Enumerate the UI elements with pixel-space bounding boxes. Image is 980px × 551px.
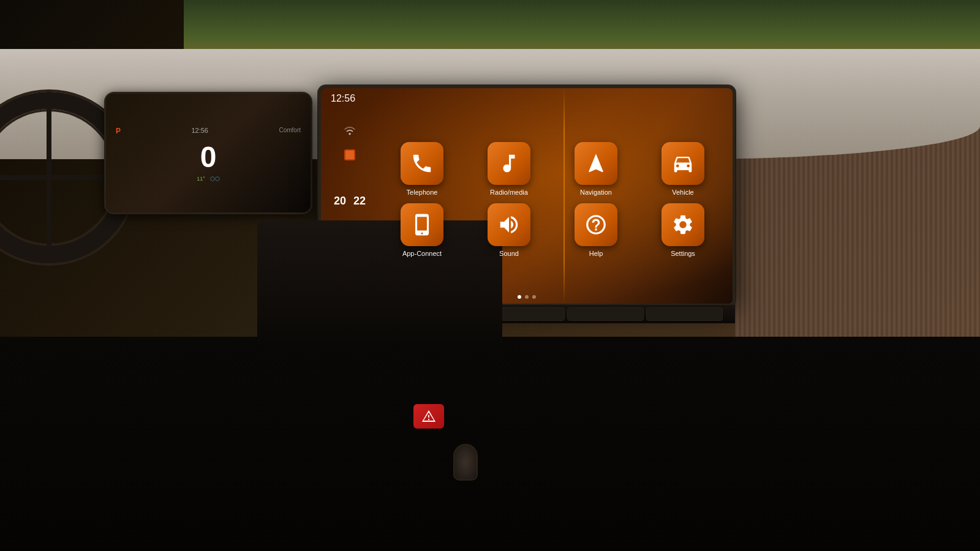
gear-shifter[interactable]	[453, 444, 478, 481]
page-dot-2[interactable]	[525, 295, 529, 299]
settings-icon-box[interactable]	[662, 203, 704, 246]
app-icon-radio[interactable]: Radio/media	[469, 142, 549, 196]
app-grid: Telephone Radio/media	[321, 109, 733, 290]
vehicle-icon-box[interactable]	[662, 142, 704, 185]
cluster-time: 12:56	[191, 127, 208, 135]
instrument-cluster: P 12:56 Comfort 0 11° ⬡⬡	[104, 92, 312, 214]
speed-display: 0	[200, 143, 217, 172]
status-bar: 12:56	[321, 88, 733, 109]
bottom-btn-5[interactable]	[646, 307, 723, 321]
appconnect-label: App-Connect	[402, 250, 442, 257]
app-icon-navigation[interactable]: Navigation	[556, 142, 636, 196]
hazard-button[interactable]	[413, 404, 444, 429]
page-indicators	[321, 290, 733, 304]
help-label: Help	[589, 250, 603, 257]
gear-indicator: P	[116, 127, 121, 135]
app-icon-vehicle[interactable]: Vehicle	[643, 142, 723, 196]
screen-time: 12:56	[331, 93, 355, 104]
location-label: Comfort	[279, 127, 301, 135]
app-icon-help[interactable]: Help	[556, 203, 636, 257]
app-icon-settings[interactable]: Settings	[643, 203, 723, 257]
temp-right: 22	[353, 195, 366, 208]
app-icon-appconnect[interactable]: App-Connect	[382, 203, 462, 257]
app-icon-sound[interactable]: Sound	[469, 203, 549, 257]
temperature-display: 20 22	[334, 181, 366, 208]
app-icon-telephone[interactable]: Telephone	[382, 142, 462, 196]
hazard-area	[398, 404, 459, 441]
sound-icon-box[interactable]	[488, 203, 530, 246]
navigation-label: Navigation	[580, 189, 612, 196]
outside-temp: 11°	[197, 176, 205, 182]
help-icon-box[interactable]	[575, 203, 617, 246]
appconnect-icon-box[interactable]	[401, 203, 443, 246]
radio-icon-box[interactable]	[488, 142, 530, 185]
vehicle-label: Vehicle	[672, 189, 693, 196]
infotainment-screen: 12:56	[318, 86, 735, 306]
telephone-label: Telephone	[407, 189, 438, 196]
telephone-icon-box[interactable]	[401, 142, 443, 185]
wifi-icon	[339, 119, 361, 141]
screen-sidebar: 20 22	[328, 113, 371, 279]
svg-point-0	[349, 133, 350, 135]
bottom-btn-4[interactable]	[567, 307, 644, 321]
page-dot-1[interactable]	[518, 295, 521, 299]
radio-label: Radio/media	[490, 189, 528, 196]
page-dot-3[interactable]	[532, 295, 536, 299]
navigation-icon-box[interactable]	[575, 142, 617, 185]
car-interior: P 12:56 Comfort 0 11° ⬡⬡ 12:56	[0, 0, 980, 551]
temp-left: 20	[334, 195, 346, 208]
cluster-status: ⬡⬡	[210, 176, 220, 182]
status-square	[344, 149, 355, 160]
settings-label: Settings	[671, 250, 695, 257]
sound-label: Sound	[499, 250, 519, 257]
